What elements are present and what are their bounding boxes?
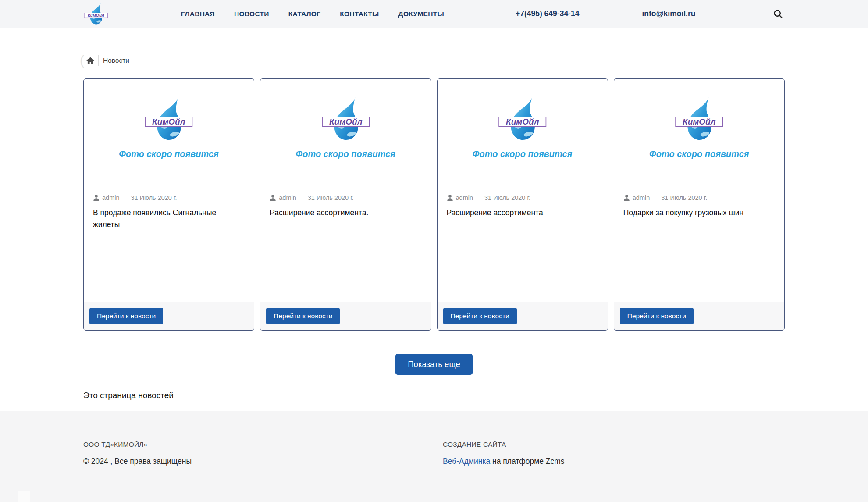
news-card-footer: Перейти к новости (614, 302, 784, 330)
news-photo-placeholder: КимОйл Фото скоро появится (438, 79, 608, 159)
news-author-name: admin (102, 194, 120, 201)
news-cards: КимОйл Фото скоро появится admin 31 Июль… (83, 78, 785, 331)
search-button[interactable] (772, 7, 785, 21)
footer-platform-line: Веб-Админка на платформе Zcms (443, 457, 565, 466)
news-author: admin (93, 194, 120, 201)
news-card-footer: Перейти к новости (438, 302, 608, 330)
svg-text:КимОйл: КимОйл (683, 117, 716, 126)
breadcrumb: ( Новости (83, 55, 785, 66)
kimoil-logo-image: КимОйл (497, 96, 548, 142)
news-author: admin (270, 194, 296, 201)
search-icon (773, 9, 783, 19)
svg-text:КимОйл: КимОйл (329, 117, 363, 126)
user-icon (447, 194, 453, 201)
site-footer: ООО ТД«КИМОЙЛ» © 2024 , Все права защище… (0, 411, 868, 502)
footer-company: ООО ТД«КИМОЙЛ» (83, 441, 443, 449)
news-author-name: admin (279, 194, 296, 201)
news-card-body: admin 31 Июль 2020 г. Подарки за покупку… (614, 159, 784, 302)
news-date: 31 Июль 2020 г. (484, 194, 530, 201)
news-photo-placeholder: КимОйл Фото скоро появится (260, 79, 430, 159)
kimoil-logo-image: КимОйл (83, 3, 109, 25)
home-icon (86, 57, 94, 64)
news-title: В продаже появились Сигнальные жилеты (93, 207, 245, 231)
kimoil-logo-image: КимОйл (320, 96, 371, 142)
svg-text:КимОйл: КимОйл (88, 12, 104, 17)
news-card-footer: Перейти к новости (84, 302, 254, 330)
svg-text:КимОйл: КимОйл (152, 117, 185, 126)
news-date: 31 Июль 2020 г. (308, 194, 354, 201)
photo-coming-soon-label: Фото скоро появится (119, 149, 219, 159)
platform-text: на платформе Zcms (490, 457, 564, 466)
nav-item-novosti[interactable]: НОВОСТИ (234, 10, 269, 18)
news-title: Подарки за покупку грузовых шин (623, 207, 775, 219)
news-card-footer: Перейти к новости (260, 302, 430, 330)
news-card: КимОйл Фото скоро появится admin 31 Июль… (83, 78, 254, 331)
photo-coming-soon-label: Фото скоро появится (473, 149, 573, 159)
user-icon (270, 194, 276, 201)
svg-text:КимОйл: КимОйл (506, 117, 539, 126)
news-card: КимОйл Фото скоро появится admin 31 Июль… (437, 78, 608, 331)
breadcrumb-current: Новости (103, 57, 129, 64)
news-title: Расширение ассортимента. (270, 207, 421, 219)
news-meta: admin 31 Июль 2020 г. (447, 194, 598, 201)
breadcrumb-curve: ( (80, 55, 84, 66)
news-title: Расширение ассортимента (447, 207, 598, 219)
photo-coming-soon-label: Фото скоро появится (296, 149, 396, 159)
news-card-body: admin 31 Июль 2020 г. В продаже появилис… (84, 159, 254, 302)
news-meta: admin 31 Июль 2020 г. (270, 194, 421, 201)
news-author-name: admin (633, 194, 650, 201)
user-icon (93, 194, 100, 201)
show-more-button[interactable]: Показать еще (395, 354, 472, 375)
header-email[interactable]: info@kimoil.ru (642, 9, 695, 18)
nav-item-kontakty[interactable]: КОНТАКТЫ (340, 10, 379, 18)
news-author: admin (623, 194, 650, 201)
page-note: Это страница новостей (83, 391, 785, 400)
news-date: 31 Июль 2020 г. (131, 194, 177, 201)
kimoil-logo-image: КимОйл (674, 96, 725, 142)
news-card: КимОйл Фото скоро появится admin 31 Июль… (614, 78, 785, 331)
breadcrumb-divider (98, 55, 99, 66)
news-author: admin (447, 194, 473, 201)
goto-news-button[interactable]: Перейти к новости (266, 308, 340, 324)
nav-item-dokumenty[interactable]: ДОКУМЕНТЫ (398, 10, 444, 18)
site-header: КимОйл ГЛАВНАЯ НОВОСТИ КАТАЛОГ КОНТАКТЫ … (0, 0, 868, 28)
news-photo-placeholder: КимОйл Фото скоро появится (614, 79, 784, 159)
main-content: ( Новости КимОйл Фото скоро появится (83, 55, 785, 400)
user-icon (623, 194, 630, 201)
main-nav: ГЛАВНАЯ НОВОСТИ КАТАЛОГ КОНТАКТЫ ДОКУМЕН… (181, 10, 444, 18)
web-adminka-link[interactable]: Веб-Админка (443, 457, 490, 466)
kimoil-logo-image: КимОйл (143, 96, 194, 142)
news-photo-placeholder: КимОйл Фото скоро появится (84, 79, 254, 159)
kimoil-logo[interactable]: КимОйл (83, 3, 109, 25)
news-author-name: admin (456, 194, 473, 201)
nav-item-katalog[interactable]: КАТАЛОГ (288, 10, 321, 18)
goto-news-button[interactable]: Перейти к новости (443, 308, 517, 324)
breadcrumb-home[interactable] (85, 57, 98, 64)
news-date: 31 Июль 2020 г. (661, 194, 707, 201)
footer-copyright: © 2024 , Все права защищены (83, 457, 443, 466)
goto-news-button[interactable]: Перейти к новости (620, 308, 694, 324)
news-card-body: admin 31 Июль 2020 г. Расширение ассорти… (438, 159, 608, 302)
news-card: КимОйл Фото скоро появится admin 31 Июль… (260, 78, 431, 331)
news-meta: admin 31 Июль 2020 г. (623, 194, 775, 201)
scroll-top-button[interactable] (18, 491, 30, 502)
news-card-body: admin 31 Июль 2020 г. Расширение ассорти… (260, 159, 430, 302)
news-meta: admin 31 Июль 2020 г. (93, 194, 245, 201)
nav-item-glavnaya[interactable]: ГЛАВНАЯ (181, 10, 215, 18)
goto-news-button[interactable]: Перейти к новости (89, 308, 163, 324)
footer-site-creation-label: СОЗДАНИЕ САЙТА (443, 441, 565, 449)
photo-coming-soon-label: Фото скоро появится (649, 149, 749, 159)
header-phone[interactable]: +7(495) 649-34-14 (516, 9, 579, 18)
